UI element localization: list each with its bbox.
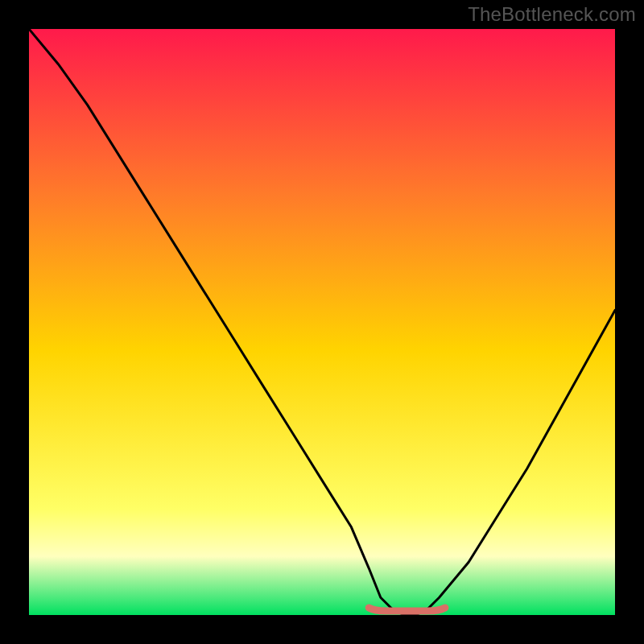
- chart-frame: TheBottleneck.com: [0, 0, 644, 644]
- plot-svg: [29, 29, 615, 615]
- watermark-label: TheBottleneck.com: [468, 3, 636, 26]
- plot-area: [29, 29, 615, 615]
- optimal-region-marker: [369, 608, 445, 611]
- gradient-background: [29, 29, 615, 615]
